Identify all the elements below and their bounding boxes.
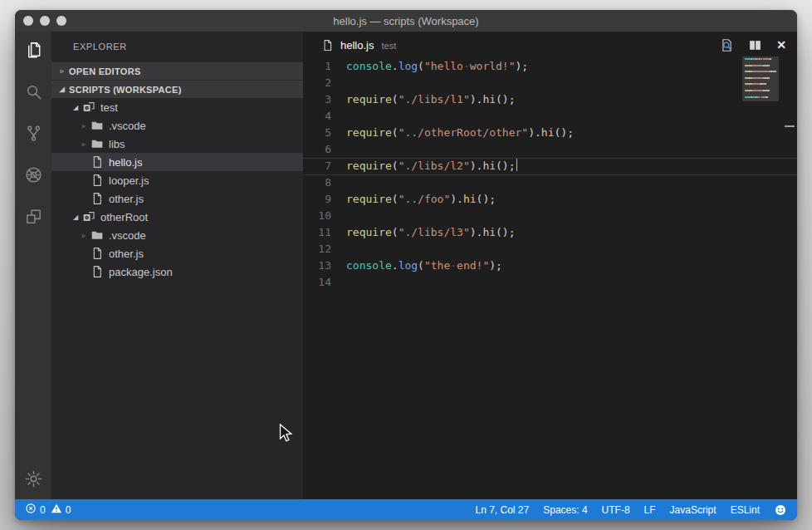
code-line-7[interactable]: 7require("./libs/l2").hi(); xyxy=(303,158,797,174)
code-line-13[interactable]: 13console.log("the·end!"); xyxy=(303,258,797,274)
activity-settings-button[interactable] xyxy=(24,469,43,488)
status-bar: 0 0 Ln 7, Col 27Spaces: 4UTF-8LFJavaScri… xyxy=(15,499,797,520)
tree-item-otherroot[interactable]: ◢otherRoot xyxy=(51,208,303,226)
tree-item-other-js[interactable]: other.js xyxy=(51,244,303,263)
line-number: 5 xyxy=(303,125,340,141)
status-eslint[interactable]: ESLint xyxy=(731,504,760,516)
root-folder-icon xyxy=(82,101,95,114)
section-open-editors[interactable]: ▹ OPEN EDITORS xyxy=(51,61,303,80)
code-line-14[interactable]: 14 xyxy=(303,274,797,291)
tree-item-package-json[interactable]: package.json xyxy=(51,263,303,281)
tab-bar: hello.js test ✕ xyxy=(303,32,797,58)
line-number: 2 xyxy=(303,75,340,91)
status-utf-8[interactable]: UTF-8 xyxy=(602,504,630,516)
code-line-8[interactable]: 8 xyxy=(303,174,797,191)
line-number: 8 xyxy=(303,174,340,191)
chevron-expanded-icon: ◢ xyxy=(56,86,69,93)
files-icon xyxy=(24,41,43,60)
tree-item-looper-js[interactable]: looper.js xyxy=(51,171,303,189)
tree-item-hello-js[interactable]: hello.js xyxy=(51,153,303,171)
code-line-12[interactable]: 12 xyxy=(303,241,797,258)
tab-folder-hint: test xyxy=(381,39,396,51)
source-control-icon xyxy=(24,124,43,143)
section-label: SCRIPTS (WORKSPACE) xyxy=(69,85,182,95)
error-count: 0 xyxy=(40,504,46,516)
debug-icon xyxy=(24,165,43,184)
tree-item-label: package.json xyxy=(109,266,173,278)
extensions-icon xyxy=(24,207,43,226)
overview-ruler-cursor-mark xyxy=(785,125,795,127)
folder-icon xyxy=(90,119,104,132)
minimize-window-button[interactable] xyxy=(40,16,50,26)
feedback-smiley-icon[interactable] xyxy=(774,503,787,517)
file-icon xyxy=(90,192,104,205)
status-lf[interactable]: LF xyxy=(644,504,656,516)
vscode-window: hello.js — scripts (Workspace) EXPLORER … xyxy=(15,10,797,520)
tree-item-libs[interactable]: ▹libs xyxy=(51,135,303,153)
tab-hello-js[interactable]: hello.js test xyxy=(303,32,396,58)
activity-debug-button[interactable] xyxy=(24,165,43,184)
section-scripts-workspace[interactable]: ◢ SCRIPTS (WORKSPACE) xyxy=(51,80,303,98)
open-preview-icon[interactable] xyxy=(720,38,734,52)
tree-item--vscode[interactable]: ▹.vscode xyxy=(51,226,303,244)
line-number: 6 xyxy=(303,141,340,158)
title-bar[interactable]: hello.js — scripts (Workspace) xyxy=(15,10,797,32)
line-number: 10 xyxy=(303,208,340,224)
tree-item-label: .vscode xyxy=(109,229,146,242)
chevron-right-icon: ▹ xyxy=(77,140,90,148)
editor-actions: ✕ xyxy=(720,38,797,52)
status-spaces-4[interactable]: Spaces: 4 xyxy=(543,504,587,516)
line-number: 12 xyxy=(303,241,340,258)
traffic-lights xyxy=(23,16,66,26)
chevron-right-icon: ▹ xyxy=(77,232,90,239)
tab-filename: hello.js xyxy=(340,39,374,52)
warning-triangle-icon xyxy=(51,503,62,517)
activity-source-control-button[interactable] xyxy=(24,124,43,143)
chevron-expanded-icon: ◢ xyxy=(69,104,82,111)
code-line-11[interactable]: 11require("./libs/l3").hi(); xyxy=(303,224,797,241)
chevron-right-icon: ▹ xyxy=(77,122,90,130)
line-number: 1 xyxy=(303,58,340,75)
tree-item-label: .vscode xyxy=(109,120,146,132)
code-line-4[interactable]: 4 xyxy=(303,108,797,125)
tree-item-label: libs xyxy=(109,138,125,150)
zoom-window-button[interactable] xyxy=(56,16,66,26)
code-line-5[interactable]: 5require("../otherRoot/other").hi(); xyxy=(303,125,797,141)
code-line-10[interactable]: 10 xyxy=(303,208,797,224)
tree-item-label: hello.js xyxy=(109,156,142,169)
code-line-2[interactable]: 2 xyxy=(303,75,797,91)
code-area[interactable]: 1console.log("hello·world!");23require("… xyxy=(303,58,797,499)
file-icon xyxy=(321,39,334,52)
activity-extensions-button[interactable] xyxy=(24,207,43,226)
minimap[interactable] xyxy=(742,56,779,101)
line-number: 11 xyxy=(303,224,340,241)
file-icon xyxy=(90,155,104,169)
problems-warnings[interactable]: 0 xyxy=(51,503,71,517)
line-number: 9 xyxy=(303,191,340,208)
file-tree: ◢test▹.vscode▹libshello.jslooper.jsother… xyxy=(51,98,303,499)
close-editor-icon[interactable]: ✕ xyxy=(776,39,786,51)
search-icon xyxy=(24,82,43,101)
status-ln-7-col-27[interactable]: Ln 7, Col 27 xyxy=(476,504,530,516)
tree-item-test[interactable]: ◢test xyxy=(51,98,303,116)
split-editor-icon[interactable] xyxy=(748,38,762,52)
section-label: OPEN EDITORS xyxy=(69,66,141,76)
tree-item-label: other.js xyxy=(109,248,144,260)
text-cursor xyxy=(516,159,518,171)
file-icon xyxy=(90,174,104,187)
code-line-9[interactable]: 9require("../foo").hi(); xyxy=(303,191,797,208)
tree-item-other-js[interactable]: other.js xyxy=(51,189,303,208)
activity-search-button[interactable] xyxy=(24,82,43,101)
close-window-button[interactable] xyxy=(23,16,33,26)
tree-item--vscode[interactable]: ▹.vscode xyxy=(51,116,303,135)
activity-explorer-button[interactable] xyxy=(24,41,43,60)
status-javascript[interactable]: JavaScript xyxy=(670,504,717,516)
problems-errors[interactable]: 0 xyxy=(25,503,46,517)
activity-bar xyxy=(15,32,51,499)
code-line-3[interactable]: 3require("./libs/l1").hi(); xyxy=(303,91,797,108)
tree-item-label: looper.js xyxy=(109,174,149,187)
code-line-1[interactable]: 1console.log("hello·world!"); xyxy=(303,58,797,75)
file-icon xyxy=(90,265,104,278)
code-line-6[interactable]: 6 xyxy=(303,141,797,158)
folder-icon xyxy=(90,137,104,150)
